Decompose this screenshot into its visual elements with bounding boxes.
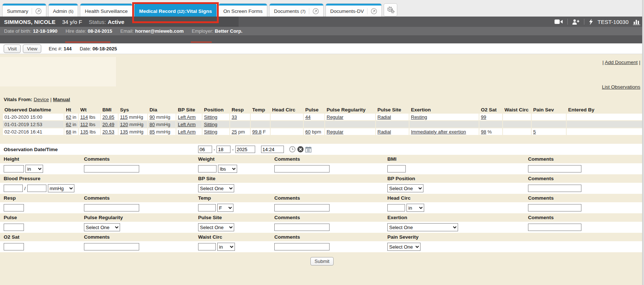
vital-value-link[interactable]: 5 xyxy=(533,129,536,135)
vital-value-link[interactable]: 33 xyxy=(232,114,237,120)
vital-value-link[interactable]: 25 xyxy=(232,129,237,135)
tab-on-screen-forms[interactable]: On Screen Forms xyxy=(218,3,267,17)
o2-sat-input[interactable] xyxy=(4,243,24,250)
vital-value-link[interactable]: 112 xyxy=(80,122,88,127)
tab-documents-dv[interactable]: Documents-DV xyxy=(325,3,382,17)
comments-input[interactable] xyxy=(528,224,581,231)
popout-icon[interactable] xyxy=(367,8,377,14)
bmi-input[interactable] xyxy=(387,165,406,172)
settings-gear-button[interactable] xyxy=(384,3,397,17)
vital-value-link[interactable]: Left Arm xyxy=(178,122,196,127)
vital-value-link[interactable]: Resting xyxy=(411,114,427,120)
lightning-icon[interactable] xyxy=(589,19,593,25)
vital-value-link[interactable]: 62 xyxy=(66,122,71,127)
vital-value-link[interactable]: 68 xyxy=(66,129,71,135)
observation-year-input[interactable] xyxy=(235,146,255,153)
head-circ-input[interactable] xyxy=(387,204,405,211)
temp-input[interactable] xyxy=(198,204,216,211)
vital-value-link[interactable]: Radial xyxy=(377,114,391,120)
vital-value-link[interactable]: 80 xyxy=(149,122,155,127)
vital-value-link[interactable]: 90 xyxy=(149,114,155,120)
add-document-link[interactable]: Add Document xyxy=(605,60,637,65)
vital-value-link[interactable]: 99.8 xyxy=(252,129,261,135)
vital-value-link[interactable]: 135 xyxy=(80,129,88,135)
submit-button[interactable]: Submit xyxy=(310,257,333,266)
resp-input[interactable] xyxy=(4,204,24,211)
blood-pressure-input[interactable] xyxy=(4,185,23,192)
temp-select[interactable]: F xyxy=(217,204,233,212)
popout-icon[interactable] xyxy=(309,8,319,14)
observation-month-input[interactable] xyxy=(198,146,212,153)
comments-input[interactable] xyxy=(84,243,139,250)
observation-time-input[interactable] xyxy=(261,146,284,153)
tab-admin[interactable]: Admin(5) xyxy=(48,3,78,17)
scrollbar[interactable] xyxy=(642,0,644,285)
device-link[interactable]: Device xyxy=(34,97,49,102)
vital-value-link[interactable]: Immediately after exertion xyxy=(411,129,466,135)
tab-health-surveillance[interactable]: Health Surveillance xyxy=(80,3,132,17)
comments-input[interactable] xyxy=(274,165,330,172)
blood-pressure-select[interactable]: mmHg xyxy=(48,184,74,192)
vitals-form-rows: HeightCommentsWeightCommentsBMICommentsi… xyxy=(0,155,644,252)
comments-input[interactable] xyxy=(84,204,139,211)
pulse-site-select[interactable]: Select One xyxy=(198,223,234,231)
comments-input[interactable] xyxy=(84,165,139,172)
vital-value-link[interactable]: 115 xyxy=(120,114,128,120)
comments-input[interactable] xyxy=(528,185,581,192)
comments-input[interactable] xyxy=(274,224,330,231)
vital-value-link[interactable]: 62 xyxy=(66,114,71,120)
list-observations-link[interactable]: List Observations xyxy=(602,84,640,90)
vital-value-link[interactable]: 60 xyxy=(305,129,310,135)
add-person-icon[interactable] xyxy=(572,19,580,25)
vital-value-link[interactable]: Regular xyxy=(327,129,344,135)
vital-value-link[interactable]: Left Arm xyxy=(178,129,196,135)
head-circ-select[interactable]: in xyxy=(407,204,424,212)
vital-value-link[interactable]: Sitting xyxy=(204,129,217,135)
vital-value-link[interactable]: 20.49 xyxy=(102,122,115,127)
clock-icon[interactable] xyxy=(289,146,296,153)
vital-value-link[interactable]: 135 xyxy=(120,129,128,135)
height-input[interactable] xyxy=(4,165,24,172)
view-button[interactable]: View xyxy=(23,44,41,53)
pulse-input[interactable] xyxy=(4,224,24,231)
observation-day-input[interactable] xyxy=(217,146,230,153)
vital-value-link[interactable]: Left Arm xyxy=(178,114,196,120)
vital-value-link[interactable]: Sitting xyxy=(204,122,217,127)
vital-value-link[interactable]: 114 xyxy=(80,114,88,120)
comments-input[interactable] xyxy=(274,204,330,211)
vital-value-link[interactable]: Sitting xyxy=(204,114,217,120)
waist-circ-input[interactable] xyxy=(198,243,216,250)
comments-input[interactable] xyxy=(528,165,581,172)
bp-position-select[interactable]: Select One xyxy=(387,184,423,192)
tab-documents[interactable]: Documents(7) xyxy=(269,3,324,17)
exertion-select[interactable]: Select One xyxy=(387,223,458,231)
vital-value-link[interactable]: Regular xyxy=(327,114,344,120)
tab-summary[interactable]: Summary xyxy=(2,3,46,17)
vital-value-link[interactable]: 99 xyxy=(481,114,486,120)
waist-circ-select[interactable]: in xyxy=(217,243,235,251)
manual-link[interactable]: Manual xyxy=(53,97,70,102)
vital-value-link[interactable]: 44 xyxy=(305,114,310,120)
pain-severity-select[interactable]: Select One xyxy=(387,243,420,251)
popout-icon[interactable] xyxy=(32,8,42,14)
weight-select[interactable]: lbs xyxy=(218,165,237,173)
tab-medical-record[interactable]: Medical Record(12):Vital Signs xyxy=(134,3,217,17)
vital-value-link[interactable]: 85 xyxy=(149,129,155,135)
bar-chart-icon[interactable] xyxy=(633,19,640,25)
pulse-regularity-select[interactable]: Select One xyxy=(84,223,120,231)
comments-input[interactable] xyxy=(274,243,330,250)
clear-icon[interactable] xyxy=(297,146,304,153)
comments-input[interactable] xyxy=(528,204,581,211)
weight-input[interactable] xyxy=(198,165,217,172)
vital-value-link[interactable]: 20.53 xyxy=(102,129,115,135)
vital-value-link[interactable]: 20.85 xyxy=(102,114,115,120)
blood-pressure-input[interactable] xyxy=(27,185,46,192)
calendar-icon[interactable] xyxy=(305,146,312,153)
vital-value-link[interactable]: 98 xyxy=(481,129,486,135)
height-select[interactable]: in xyxy=(25,165,43,173)
video-camera-icon[interactable] xyxy=(555,19,563,24)
vital-value-link[interactable]: 120 xyxy=(120,122,128,127)
visit-button[interactable]: Visit xyxy=(4,44,21,53)
vital-value-link[interactable]: Radial xyxy=(377,129,391,135)
bp-site-select[interactable]: Select One xyxy=(198,184,234,192)
